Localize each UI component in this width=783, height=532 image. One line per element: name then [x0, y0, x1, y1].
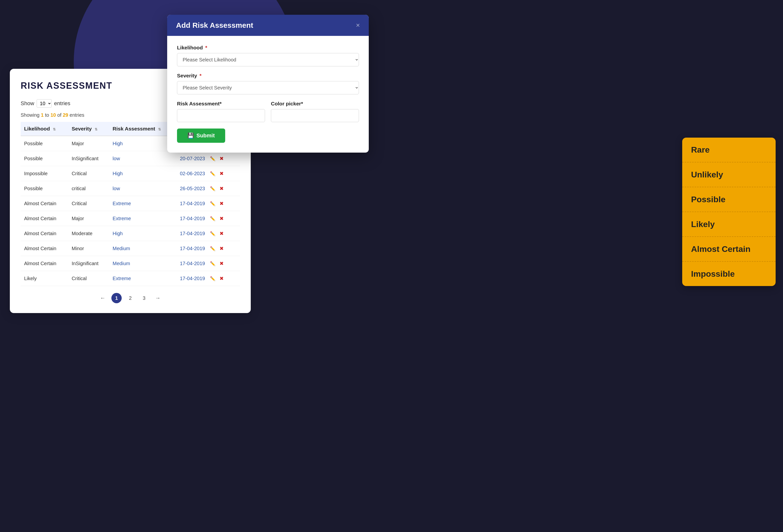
- edit-button[interactable]: ✏️: [209, 260, 217, 267]
- show-entries-control: Show 10 25 50 entries: [21, 99, 70, 108]
- page-1-button[interactable]: 1: [112, 293, 122, 303]
- cell-severity: Critical: [68, 196, 109, 211]
- edit-button[interactable]: ✏️: [209, 155, 217, 162]
- color-picker-label: Color picker*: [271, 101, 359, 107]
- cell-date: 02-06-2023: [180, 171, 205, 176]
- table-row: Possible InSignificant low 20-07-2023 ✏️…: [21, 151, 240, 166]
- modal-title: Add Risk Assessment: [176, 21, 253, 30]
- cell-actions: 26-05-2023 ✏️ ✖: [177, 181, 240, 196]
- cell-likelihood: Possible: [21, 151, 68, 166]
- col-risk-assessment: Risk Assessment ⇅: [109, 122, 177, 136]
- likelihood-required-star: *: [204, 45, 207, 51]
- modal-body: Likelihood * Please Select Likelihood Ra…: [167, 36, 369, 153]
- color-picker-input[interactable]: [271, 109, 359, 122]
- entries-per-page-select[interactable]: 10 25 50: [37, 99, 52, 108]
- likelihood-dropdown-panel: Rare Unlikely Possible Likely Almost Cer…: [682, 138, 776, 286]
- table-row: Almost Certain Major Extreme 17-04-2019 …: [21, 211, 240, 226]
- edit-button[interactable]: ✏️: [209, 230, 217, 237]
- next-page-button[interactable]: →: [153, 294, 163, 302]
- risk-assessment-input-label: Risk Assessment*: [177, 101, 265, 107]
- cell-actions: 20-07-2023 ✏️ ✖: [177, 151, 240, 166]
- dropdown-item-rare[interactable]: Rare: [682, 138, 776, 162]
- risk-color-row: Risk Assessment* Color picker*: [177, 101, 359, 122]
- cell-severity: InSignificant: [68, 151, 109, 166]
- delete-button[interactable]: ✖: [218, 185, 225, 192]
- dropdown-item-impossible[interactable]: Impossible: [682, 262, 776, 286]
- add-risk-assessment-modal: Add Risk Assessment × Likelihood * Pleas…: [167, 15, 369, 153]
- submit-button[interactable]: 💾 Submit: [177, 129, 225, 143]
- cell-date: 17-04-2019: [180, 246, 205, 251]
- cell-likelihood: Almost Certain: [21, 196, 68, 211]
- sort-icon-risk: ⇅: [158, 127, 161, 131]
- delete-button[interactable]: ✖: [218, 155, 225, 162]
- severity-required-star: *: [198, 73, 201, 78]
- likelihood-form-group: Likelihood * Please Select Likelihood Ra…: [177, 45, 359, 66]
- sort-icon-severity: ⇅: [95, 127, 98, 131]
- cell-risk-assessment: Medium: [109, 256, 177, 271]
- delete-button[interactable]: ✖: [218, 170, 225, 177]
- delete-button[interactable]: ✖: [218, 260, 225, 267]
- entries-label: entries: [54, 100, 70, 107]
- delete-button[interactable]: ✖: [218, 200, 225, 207]
- table-row: Almost Certain Critical Extreme 17-04-20…: [21, 196, 240, 211]
- cell-date: 17-04-2019: [180, 276, 205, 281]
- dropdown-item-almost-certain[interactable]: Almost Certain: [682, 237, 776, 262]
- edit-button[interactable]: ✏️: [209, 215, 217, 222]
- cell-likelihood: Possible: [21, 136, 68, 151]
- cell-date: 17-04-2019: [180, 216, 205, 221]
- cell-date: 17-04-2019: [180, 231, 205, 236]
- cell-date: 17-04-2019: [180, 201, 205, 206]
- table-row: Possible critical low 26-05-2023 ✏️ ✖: [21, 181, 240, 196]
- table-row: Likely Critical Extreme 17-04-2019 ✏️ ✖: [21, 271, 240, 286]
- cell-actions: 02-06-2023 ✏️ ✖: [177, 166, 240, 181]
- cell-likelihood: Almost Certain: [21, 211, 68, 226]
- likelihood-select[interactable]: Please Select Likelihood Rare Unlikely P…: [177, 53, 359, 66]
- cell-severity: Critical: [68, 271, 109, 286]
- edit-button[interactable]: ✏️: [209, 275, 217, 282]
- dropdown-item-likely[interactable]: Likely: [682, 212, 776, 237]
- submit-label: Submit: [196, 132, 215, 139]
- dropdown-item-unlikely[interactable]: Unlikely: [682, 162, 776, 187]
- page-2-button[interactable]: 2: [125, 293, 135, 303]
- prev-page-button[interactable]: ←: [98, 294, 108, 302]
- cell-likelihood: Impossible: [21, 166, 68, 181]
- cell-likelihood: Possible: [21, 181, 68, 196]
- modal-close-button[interactable]: ×: [356, 22, 360, 29]
- delete-button[interactable]: ✖: [218, 230, 225, 237]
- edit-button[interactable]: ✏️: [209, 170, 217, 177]
- edit-button[interactable]: ✏️: [209, 185, 217, 192]
- cell-risk-assessment: High: [109, 136, 177, 151]
- page-3-button[interactable]: 3: [139, 293, 149, 303]
- edit-button[interactable]: ✏️: [209, 200, 217, 207]
- risk-assessment-col: Risk Assessment*: [177, 101, 265, 122]
- color-picker-col: Color picker*: [271, 101, 359, 122]
- likelihood-label: Likelihood *: [177, 45, 359, 51]
- severity-select[interactable]: Please Select Severity Minor Moderate Ma…: [177, 81, 359, 94]
- delete-button[interactable]: ✖: [218, 214, 225, 222]
- severity-form-group: Severity * Please Select Severity Minor …: [177, 73, 359, 94]
- risk-assessment-input[interactable]: [177, 109, 265, 122]
- cell-date: 20-07-2023: [180, 156, 205, 161]
- cell-risk-assessment: low: [109, 181, 177, 196]
- table-row: Almost Certain InSignificant Medium 17-0…: [21, 256, 240, 271]
- show-label: Show: [21, 100, 34, 107]
- submit-icon: 💾: [187, 132, 194, 139]
- cell-likelihood: Almost Certain: [21, 241, 68, 256]
- modal-header: Add Risk Assessment ×: [167, 15, 369, 36]
- table-row: Almost Certain Moderate High 17-04-2019 …: [21, 226, 240, 241]
- edit-button[interactable]: ✏️: [209, 245, 217, 252]
- cell-date: 17-04-2019: [180, 261, 205, 266]
- delete-button[interactable]: ✖: [218, 244, 225, 252]
- cell-actions: 17-04-2019 ✏️ ✖: [177, 226, 240, 241]
- dropdown-item-possible[interactable]: Possible: [682, 187, 776, 212]
- cell-risk-assessment: High: [109, 226, 177, 241]
- cell-risk-assessment: Medium: [109, 241, 177, 256]
- cell-risk-assessment: Extreme: [109, 211, 177, 226]
- cell-severity: InSignificant: [68, 256, 109, 271]
- sort-icon-likelihood: ⇅: [53, 127, 56, 131]
- cell-risk-assessment: High: [109, 166, 177, 181]
- cell-actions: 17-04-2019 ✏️ ✖: [177, 211, 240, 226]
- cell-risk-assessment: Extreme: [109, 271, 177, 286]
- severity-label: Severity *: [177, 73, 359, 79]
- delete-button[interactable]: ✖: [218, 274, 225, 282]
